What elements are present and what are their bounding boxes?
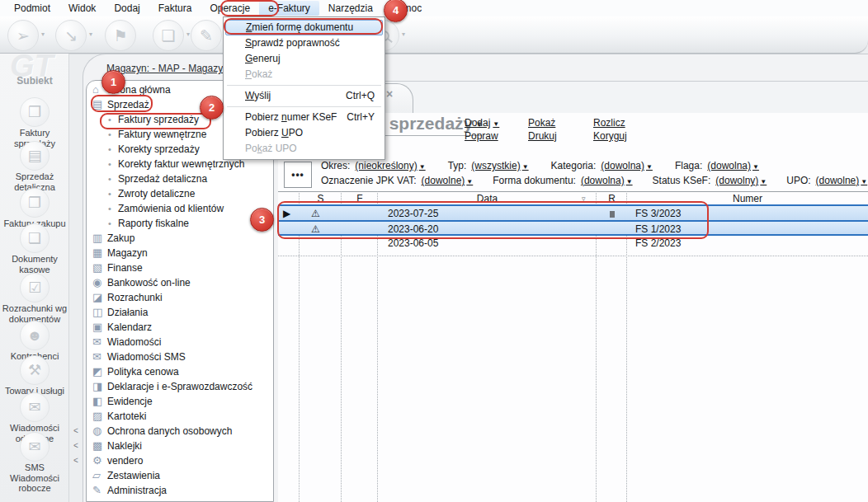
- column-header-r[interactable]: R: [597, 193, 627, 205]
- retail-sales-icon: ▤: [20, 141, 50, 171]
- tree-item-polityka-cenowa[interactable]: ◩Polityka cenowa: [86, 364, 272, 379]
- tree-item-rozrachunki[interactable]: ◪Rozrachunki: [86, 290, 272, 305]
- column-header-f[interactable]: F: [342, 193, 378, 205]
- menubar-item-faktura[interactable]: Faktura: [149, 1, 201, 16]
- filter-value-kategoria[interactable]: (dowolna)▼: [601, 160, 653, 171]
- table-row-fs-2-2023[interactable]: 2023-06-05FS 2/2023: [278, 236, 868, 251]
- collapse-chevron-icon[interactable]: <: [73, 426, 78, 435]
- bullet-icon: •: [108, 142, 111, 157]
- action-link-drukuj[interactable]: Drukuj: [528, 130, 557, 142]
- tree-item-kartoteki[interactable]: ▨Kartoteki: [86, 409, 272, 424]
- tree-item-zestawienia[interactable]: ▱Zestawienia: [86, 468, 272, 483]
- bullet-icon: •: [108, 201, 111, 216]
- tree-item-administracja[interactable]: ✎Administracja: [86, 483, 272, 498]
- purchase-invoices-icon: ❐: [20, 188, 50, 218]
- select-arrow-icon[interactable]: ➢: [7, 20, 39, 51]
- menu-item-generuj[interactable]: Generuj: [224, 51, 384, 67]
- flag-icon[interactable]: ⚑: [105, 20, 136, 51]
- more-filters-button[interactable]: •••: [284, 162, 312, 188]
- action-link-rozlicz[interactable]: Rozlicz: [593, 117, 625, 129]
- tree-item-wiadomo-ci-sms[interactable]: ✉Wiadomości SMS: [86, 350, 272, 364]
- tree-item-finanse[interactable]: ▧Finanse: [86, 260, 272, 275]
- chevron-down-icon[interactable]: ▾: [41, 30, 45, 38]
- bullet-icon: •: [108, 112, 111, 127]
- tree-item-label: Magazyn: [107, 246, 148, 260]
- filter-value-okres[interactable]: (nieokreślony)▼: [355, 160, 425, 171]
- tree-item-vendero[interactable]: ⚙vendero: [86, 453, 272, 468]
- sidebar-item-sms-wiadomo-ci-robocze[interactable]: ✉SMSWiadomościrobocze: [0, 432, 69, 494]
- menu-item-zmie-form-dokumentu[interactable]: Zmień formę dokumentu: [225, 20, 383, 35]
- menubar-item-narz-dzia[interactable]: Narzędzia: [319, 1, 382, 16]
- activities-icon: ◫: [92, 305, 102, 320]
- menubar-item-operacje[interactable]: Operacje: [200, 1, 259, 16]
- filter-flaga: Flaga:(dowolna)▼: [675, 160, 759, 171]
- tree-item-zam-wienia-od-klient-w[interactable]: •Zamówienia od klientów: [86, 201, 272, 216]
- collapse-chevron-icon[interactable]: <: [73, 441, 78, 450]
- menu-item-pobierz-upo[interactable]: Pobierz UPO: [224, 125, 384, 141]
- tree-item-magazyn[interactable]: ▦Magazyn: [86, 246, 272, 260]
- sidebar-item-sprzeda-detaliczna[interactable]: ▤Sprzedażdetaliczna: [0, 141, 69, 192]
- tree-item-deklaracje-i-e-sprawozdawczo[interactable]: ◨Deklaracje i e-Sprawozdawczość: [86, 379, 272, 394]
- filter-value-oznaczenie-jpk-vat[interactable]: (dowolne)▼: [422, 175, 474, 186]
- menu-shortcut: Ctrl+Q: [346, 88, 375, 104]
- menu-item-poka-upo: Pokaż UPO: [224, 141, 384, 157]
- menubar-item-podmiot[interactable]: Podmiot: [5, 1, 59, 16]
- document-icon[interactable]: ❏: [153, 20, 184, 51]
- sidebar-item-label: SMSWiadomościrobocze: [0, 462, 69, 494]
- tree-item-zakup[interactable]: ▥Zakup: [86, 231, 272, 246]
- sidebar-item-rozrachunki-wg-dokument-w[interactable]: ☑Rozrachunki wgdokumentów: [0, 273, 69, 324]
- action-link-popraw[interactable]: Popraw: [465, 130, 498, 142]
- chevron-down-icon[interactable]: ▾: [186, 30, 190, 38]
- action-link-koryguj[interactable]: Koryguj: [593, 130, 627, 142]
- filter-value-flaga[interactable]: (dowolna)▼: [707, 160, 759, 171]
- vendero-icon: ⚙: [92, 453, 102, 468]
- menu-shortcut: Ctrl+Y: [347, 110, 375, 125]
- column-header-data[interactable]: Data: [378, 193, 597, 205]
- menubar-item-widok[interactable]: Widok: [59, 1, 105, 16]
- tree-item-zwroty-detaliczne[interactable]: •Zwroty detaliczne: [86, 186, 272, 201]
- module-list-strip[interactable]: < < < Lista modułów <: [70, 80, 83, 502]
- sidebar-item-dokumenty-kasowe[interactable]: ❏Dokumentykasowe: [0, 223, 69, 274]
- tab-close-icon[interactable]: ×: [386, 87, 393, 101]
- filter-label: Okres:: [321, 160, 350, 171]
- filter-value-typ[interactable]: (wszystkie)▼: [471, 160, 528, 171]
- settlements-icon: ◪: [92, 290, 102, 305]
- chevron-down-icon[interactable]: ▾: [402, 30, 405, 38]
- bullet-icon: •: [108, 127, 111, 142]
- tree-item-ochrona-danych-osobowych[interactable]: ◍Ochrona danych osobowych: [86, 424, 272, 439]
- purchase-icon: ▥: [92, 231, 102, 246]
- filter-value-upo[interactable]: (dowolne)▼: [816, 175, 868, 186]
- menu-item-sprawd-poprawno[interactable]: Sprawdź poprawność: [224, 35, 384, 51]
- chevron-down-icon: ▼: [493, 120, 499, 128]
- column-header-s[interactable]: S: [300, 193, 342, 205]
- menu-item-wy-lij[interactable]: WyślijCtrl+Q: [224, 88, 384, 104]
- send-arrow-icon[interactable]: ↘: [55, 20, 87, 51]
- menu-item-pobierz-numer-ksef[interactable]: Pobierz numer KSeFCtrl+Y: [224, 110, 384, 125]
- filter-label: Oznaczenie JPK VAT:: [321, 175, 417, 186]
- tree-item-wiadomo-ci[interactable]: ✉Wiadomości: [86, 335, 272, 350]
- chevron-down-icon: ▼: [752, 163, 759, 171]
- signature-icon[interactable]: ✎: [191, 20, 222, 51]
- table-row-fs-3-2023[interactable]: ▶⚠2023-07-25FS 3/2023: [278, 204, 868, 220]
- filter-value-status-ksef[interactable]: (dowolny)▼: [715, 175, 767, 186]
- tree-item-raporty-fiskalne[interactable]: •Raporty fiskalne: [86, 216, 272, 231]
- tree-item-sprzeda-detaliczna[interactable]: •Sprzedaż detaliczna: [86, 171, 272, 186]
- tree-item-bankowo-on-line[interactable]: ◉Bankowość on-line: [86, 275, 272, 290]
- e-faktury-menu: Zmień formę dokumentuSprawdź poprawnośćG…: [223, 16, 385, 160]
- tree-item-kalendarz[interactable]: ▣Kalendarz: [86, 320, 272, 335]
- tree-item-label: Ochrona danych osobowych: [107, 424, 232, 439]
- menu-item-poka: Pokaż: [224, 67, 384, 82]
- action-link-dodaj[interactable]: Dodaj▼: [465, 117, 499, 129]
- tree-item-label: Deklaracje i e-Sprawozdawczość: [107, 379, 252, 394]
- chevron-down-icon[interactable]: ▾: [89, 30, 92, 38]
- table-row-fs-1-2023[interactable]: ⚠2023-06-20FS 1/2023: [278, 220, 868, 236]
- menubar-item-dodaj[interactable]: Dodaj: [105, 1, 149, 16]
- tree-item-naklejki[interactable]: ▩Naklejki: [86, 439, 272, 453]
- menubar-item-e-faktury[interactable]: e-Faktury: [259, 1, 319, 16]
- tree-item-dzia-ania[interactable]: ◫Działania: [86, 305, 272, 320]
- column-header-numer[interactable]: Numer: [627, 193, 868, 205]
- tree-item-ewidencje[interactable]: ◧Ewidencje: [86, 394, 272, 409]
- action-link-poka[interactable]: Pokaż: [528, 117, 555, 129]
- filter-value-forma-dokumentu[interactable]: (dowolna)▼: [581, 175, 633, 186]
- sidebar-item-towary-i-us-ugi[interactable]: ⚒Towary i usługi: [0, 355, 69, 396]
